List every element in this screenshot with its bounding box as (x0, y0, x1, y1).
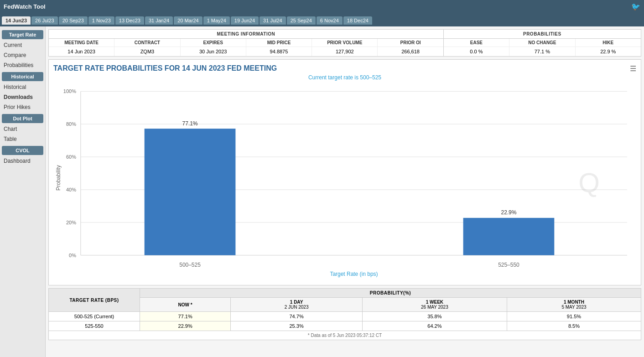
sidebar-header-target-rate[interactable]: Target Rate (2, 30, 43, 39)
sidebar-item-prior-hikes[interactable]: Prior Hikes (0, 102, 45, 112)
chart-title: TARGET RATE PROBABILITIES FOR 14 JUN 202… (53, 64, 636, 72)
hike-value: 22.9 % (576, 47, 641, 56)
sidebar-header-cvol[interactable]: CVOL (2, 146, 43, 155)
one-week-header: 1 WEEK 26 MAY 2023 (362, 298, 507, 312)
prior-oi-header: PRIOR OI (378, 39, 443, 47)
tab-31jan24[interactable]: 31 Jan24 (145, 16, 173, 25)
data-table: TARGET RATE (BPS) PROBABILITY(%) NOW * 1… (48, 288, 641, 331)
tab-19jun24[interactable]: 19 Jun24 (231, 16, 259, 25)
bar-500-525 (145, 129, 236, 255)
svg-text:60%: 60% (66, 154, 76, 160)
expires-value: 30 Jun 2023 (181, 47, 246, 56)
oneweek-500-525: 35.8% (362, 312, 507, 321)
chart-menu-icon[interactable]: ☰ (630, 64, 636, 73)
svg-text:0%: 0% (69, 253, 76, 258)
svg-text:525–550: 525–550 (498, 262, 519, 268)
chart-svg: 0% 20% 40% 60% 80% 100% (53, 84, 636, 280)
main-layout: Target Rate Current Compare Probabilitie… (0, 26, 644, 357)
meeting-date-header: MEETING DATE (49, 39, 114, 47)
sidebar-item-historical[interactable]: Historical (0, 82, 45, 92)
svg-text:80%: 80% (66, 121, 76, 127)
bar-525-550 (463, 218, 555, 255)
tab-31jul24[interactable]: 31 Jul24 (260, 16, 286, 25)
no-change-value: 77.1 % (509, 47, 575, 56)
now-header: NOW * (140, 298, 231, 312)
chart-subtitle: Current target rate is 500–525 (53, 74, 636, 81)
svg-text:77.1%: 77.1% (182, 120, 198, 127)
mid-price-header: MID PRICE (246, 39, 312, 47)
meeting-info-header: MEETING INFORMATION (49, 30, 443, 39)
ease-header: EASE (444, 39, 509, 47)
sidebar-header-historical[interactable]: Historical (2, 72, 43, 81)
sidebar-item-table[interactable]: Table (0, 134, 45, 144)
tab-18dec24[interactable]: 18 Dec24 (343, 16, 372, 25)
tab-20mar24[interactable]: 20 Mar24 (174, 16, 202, 25)
chart-panel: TARGET RATE PROBABILITIES FOR 14 JUN 202… (48, 59, 641, 285)
sidebar-item-current[interactable]: Current (0, 40, 45, 50)
sidebar-item-dashboard[interactable]: Dashboard (0, 156, 45, 166)
contract-header: CONTRACT (114, 39, 180, 47)
svg-text:22.9%: 22.9% (501, 209, 516, 216)
tab-25sep24[interactable]: 25 Sep24 (287, 16, 316, 25)
prior-volume-value: 127,902 (312, 47, 378, 56)
tab-13dec23[interactable]: 13 Dec23 (115, 16, 144, 25)
expires-header: EXPIRES (181, 39, 246, 47)
sidebar-item-compare[interactable]: Compare (0, 50, 45, 60)
now-525-550: 22.9% (140, 321, 231, 331)
onemonth-525-550: 8.5% (507, 321, 641, 331)
onemonth-500-525: 91.5% (507, 312, 641, 321)
svg-text:500–525: 500–525 (179, 262, 201, 268)
tab-1may24[interactable]: 1 May24 (203, 16, 230, 25)
svg-text:Target Rate (in bps): Target Rate (in bps) (330, 271, 378, 277)
sidebar-item-probabilities[interactable]: Probabilities (0, 60, 45, 70)
twitter-icon[interactable]: 🐦 (631, 2, 640, 11)
svg-text:100%: 100% (63, 88, 76, 94)
tab-20sep23[interactable]: 20 Sep23 (59, 16, 88, 25)
target-rate-col-header: TARGET RATE (BPS) (49, 289, 140, 312)
sidebar-header-dot-plot[interactable]: Dot Plot (2, 114, 43, 123)
now-500-525: 77.1% (140, 312, 231, 321)
tab-1nov23[interactable]: 1 Nov23 (88, 16, 114, 25)
sidebar-item-downloads[interactable]: Downloads (0, 92, 45, 102)
probabilities-section: PROBABILITIES EASE NO CHANGE HIKE 0.0 % … (444, 30, 641, 56)
svg-text:40%: 40% (66, 187, 76, 192)
table-row-525-550: 525-550 22.9% 25.3% 64.2% 8.5% (49, 321, 641, 331)
tab-bar: 14 Jun23 26 Jul23 20 Sep23 1 Nov23 13 De… (0, 13, 644, 26)
meeting-info-panel: MEETING INFORMATION MEETING DATE CONTRAC… (48, 29, 641, 57)
mid-price-value: 94.8875 (246, 47, 312, 56)
ease-value: 0.0 % (444, 47, 509, 56)
sidebar: Target Rate Current Compare Probabilitie… (0, 26, 46, 357)
top-bar: FedWatch Tool 🐦 (0, 0, 644, 13)
sidebar-item-chart[interactable]: Chart (0, 124, 45, 134)
hike-header: HIKE (576, 39, 641, 47)
table-row-500-525: 500-525 (Current) 77.1% 74.7% 35.8% 91.5… (49, 312, 641, 321)
rate-500-525: 500-525 (Current) (49, 312, 140, 321)
tab-26jul23[interactable]: 26 Jul23 (31, 16, 58, 25)
tab-14jun23[interactable]: 14 Jun23 (2, 16, 31, 25)
prior-volume-header: PRIOR VOLUME (312, 39, 378, 47)
one-month-header: 1 MONTH 5 MAY 2023 (507, 298, 641, 312)
svg-text:Probability: Probability (55, 165, 62, 191)
oneday-500-525: 74.7% (231, 312, 363, 321)
probability-col-header: PROBABILITY(%) (140, 289, 641, 298)
svg-text:20%: 20% (66, 220, 76, 225)
meeting-date-value: 14 Jun 2023 (49, 47, 114, 56)
rate-525-550: 525-550 (49, 321, 140, 331)
chart-container: Q 0% 20% 40% (53, 84, 636, 280)
meeting-info-section: MEETING INFORMATION MEETING DATE CONTRAC… (49, 30, 444, 56)
oneweek-525-550: 64.2% (362, 321, 507, 331)
content-area: MEETING INFORMATION MEETING DATE CONTRAC… (46, 26, 644, 357)
footnote: * Data as of 5 Jun 2023 05:37:12 CT (48, 331, 641, 340)
no-change-header: NO CHANGE (509, 39, 575, 47)
oneday-525-550: 25.3% (231, 321, 363, 331)
watermark: Q (578, 167, 600, 198)
tab-6nov24[interactable]: 6 Nov24 (317, 16, 343, 25)
probabilities-header: PROBABILITIES (444, 30, 641, 39)
prior-oi-value: 266,618 (378, 47, 443, 56)
contract-value: ZQM3 (114, 47, 180, 56)
app-title: FedWatch Tool (4, 3, 46, 10)
one-day-header: 1 DAY 2 JUN 2023 (231, 298, 363, 312)
